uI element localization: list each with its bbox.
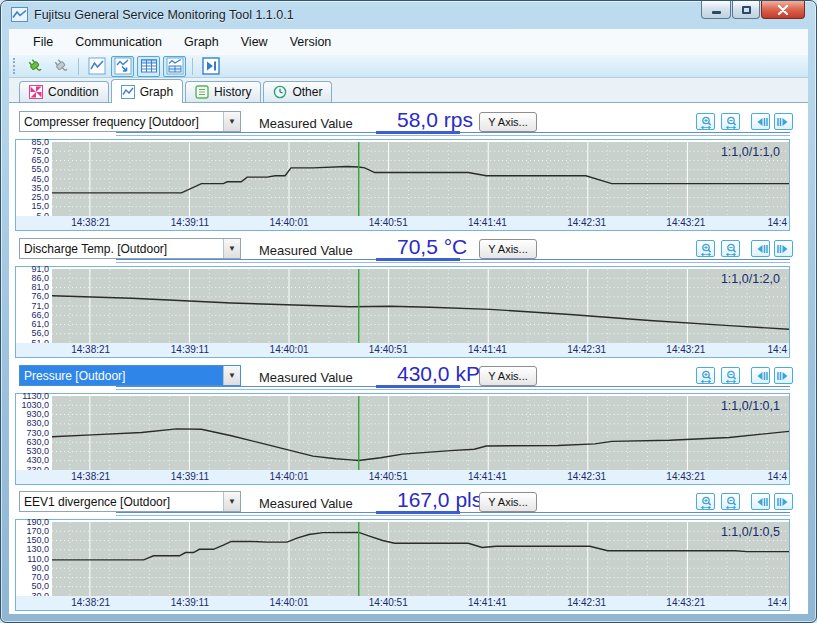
tab-label: Graph (140, 85, 173, 99)
tab-other[interactable]: Other (263, 81, 332, 102)
menu-view[interactable]: View (230, 35, 279, 49)
zoom-in-button[interactable] (696, 240, 715, 257)
toolbar-separator (78, 58, 79, 75)
zoom-in-icon (699, 242, 713, 256)
zoom-in-button[interactable] (696, 367, 715, 384)
y-axis-labels: 91,086,081,076,071,066,061,056,051,0 (16, 269, 52, 343)
maximize-button[interactable] (732, 1, 760, 19)
chart-plot-area[interactable]: 1:1,0/1:0,5 (52, 522, 789, 596)
y-axis-label: 130,0 (26, 545, 49, 554)
title-bar[interactable]: Fujitsu General Service Monitoring Tool … (1, 1, 816, 29)
zoom-out-button[interactable] (721, 240, 740, 257)
menu-communication[interactable]: Communication (64, 35, 173, 49)
x-axis-label: 14:42:31 (567, 597, 606, 608)
chevron-down-icon[interactable]: ▼ (223, 239, 240, 258)
scroll-right-icon (777, 242, 791, 256)
zoom-in-button[interactable] (696, 493, 715, 510)
time-axis: 14:38:2114:39:1114:40:0114:40:5114:41:41… (16, 470, 789, 484)
chart-plot-area[interactable]: 1:1,0/1:1,0 (52, 142, 789, 216)
close-button[interactable] (761, 1, 805, 19)
chart-plot-area[interactable]: 1:1,0/1:0,1 (52, 396, 789, 470)
tab-condition[interactable]: Condition (19, 81, 109, 102)
scroll-right-icon (777, 115, 791, 129)
x-axis-label: 14:38:21 (71, 344, 110, 355)
zoom-in-button[interactable] (696, 113, 715, 130)
scroll-left-button[interactable] (751, 493, 770, 510)
scale-indicator: 1:1,0/1:1,0 (721, 145, 780, 159)
chart-canvas[interactable] (52, 269, 789, 343)
parameter-dropdown[interactable]: EEV1 divergence [Outdoor] ▼ (19, 491, 241, 512)
play-button[interactable] (199, 56, 222, 77)
table-view-button[interactable] (137, 56, 160, 77)
chart-canvas[interactable] (52, 522, 789, 596)
y-axis-button[interactable]: Y Axis... (479, 239, 537, 259)
measured-value-label: Measured Value (259, 243, 353, 258)
grid-icon (140, 57, 158, 75)
chart-view-button[interactable] (85, 56, 108, 77)
graph-tab-content: Compresser frequency [Outdoor] ▼ Measure… (9, 103, 808, 614)
chart-canvas[interactable] (52, 142, 789, 216)
y-axis-labels: 85,075,065,055,045,035,025,015,05,0 (16, 142, 52, 216)
chevron-down-icon[interactable]: ▼ (223, 492, 240, 511)
y-axis-button[interactable]: Y Axis... (479, 366, 537, 386)
parameter-dropdown[interactable]: Compresser frequency [Outdoor] ▼ (19, 111, 241, 132)
scroll-left-button[interactable] (751, 367, 770, 384)
scroll-left-button[interactable] (751, 240, 770, 257)
zoom-out-button[interactable] (721, 367, 740, 384)
y-axis-button[interactable]: Y Axis... (479, 112, 537, 132)
x-axis-label: 14:38:21 (71, 597, 110, 608)
menu-file[interactable]: File (22, 35, 64, 49)
disconnect-button[interactable] (49, 56, 72, 77)
scroll-right-button[interactable] (774, 113, 793, 130)
zoom-in-icon (699, 495, 713, 509)
connect-button[interactable] (23, 56, 46, 77)
scroll-left-button[interactable] (751, 113, 770, 130)
tab-label: Other (292, 85, 322, 99)
zoom-out-button[interactable] (721, 493, 740, 510)
panel-header: Pressure [Outdoor] ▼ Measured Value 430,… (9, 365, 808, 387)
scroll-right-button[interactable] (774, 367, 793, 384)
menu-bar: File Communication Graph View Version (9, 29, 808, 55)
x-axis-label: 14:39:11 (171, 344, 209, 355)
zoom-out-icon (724, 242, 738, 256)
panel-header: Compresser frequency [Outdoor] ▼ Measure… (9, 111, 808, 133)
chart-canvas[interactable] (52, 396, 789, 470)
x-axis-label: 14:43:21 (666, 217, 705, 228)
chart-arrow-icon (114, 57, 132, 75)
value-underline (376, 131, 460, 134)
chevron-down-icon[interactable]: ▼ (223, 366, 240, 385)
scroll-left-icon (754, 242, 768, 256)
time-axis: 14:38:2114:39:1114:40:0114:40:5114:41:41… (16, 596, 789, 610)
minimize-button[interactable] (701, 1, 731, 19)
window-controls (700, 1, 805, 19)
parameter-dropdown[interactable]: Discharge Temp. [Outdoor] ▼ (19, 238, 241, 259)
tab-graph[interactable]: Graph (111, 79, 183, 103)
chart-plot-area[interactable]: 1:1,0/1:2,0 (52, 269, 789, 343)
scroll-left-icon (754, 369, 768, 383)
scroll-right-button[interactable] (774, 240, 793, 257)
scroll-right-button[interactable] (774, 493, 793, 510)
y-axis-label: 56,0 (31, 329, 49, 338)
tab-history[interactable]: History (185, 81, 261, 102)
chart-export-button[interactable] (111, 56, 134, 77)
measured-value: 430,0 kPa (397, 362, 492, 386)
x-axis-label: 14:42:31 (567, 217, 606, 228)
toolbar-separator (192, 58, 193, 75)
parameter-dropdown[interactable]: Pressure [Outdoor] ▼ (19, 365, 241, 386)
measured-value: 70,5 °C (397, 235, 467, 259)
play-icon (202, 57, 220, 75)
y-axis-label: 50,0 (31, 582, 49, 591)
chevron-down-icon[interactable]: ▼ (223, 112, 240, 131)
app-icon (11, 7, 28, 22)
measured-value-label: Measured Value (259, 116, 353, 131)
zoom-out-button[interactable] (721, 113, 740, 130)
scroll-left-icon (754, 495, 768, 509)
chart-zoom-controls (696, 240, 796, 258)
y-axis-button[interactable]: Y Axis... (479, 492, 537, 512)
scale-indicator: 1:1,0/1:2,0 (721, 272, 780, 286)
x-axis-label: 14:40:51 (369, 597, 408, 608)
x-axis-label: 14:43:21 (666, 471, 705, 482)
menu-graph[interactable]: Graph (173, 35, 230, 49)
chart-table-view-button[interactable] (163, 56, 186, 77)
menu-version[interactable]: Version (279, 35, 343, 49)
